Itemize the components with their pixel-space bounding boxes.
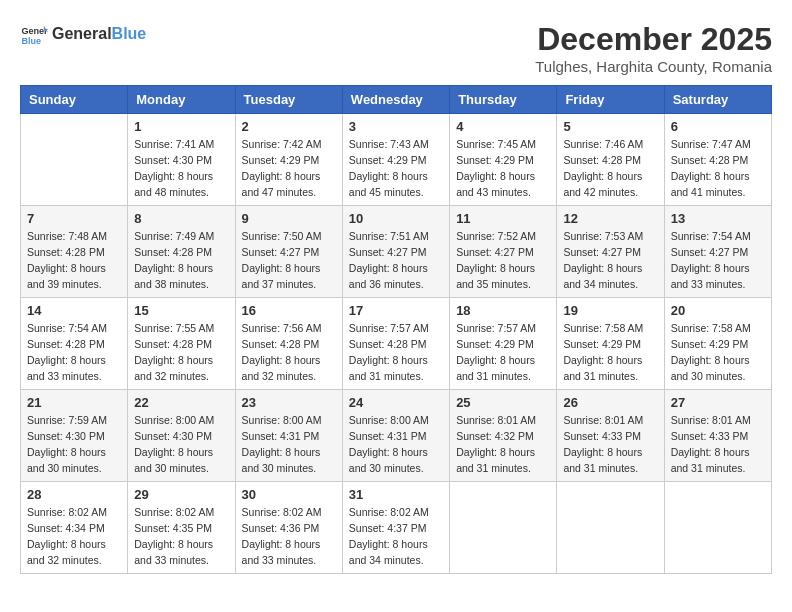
day-number: 21: [27, 395, 121, 410]
day-cell: 17Sunrise: 7:57 AM Sunset: 4:28 PM Dayli…: [342, 298, 449, 390]
day-cell: 23Sunrise: 8:00 AM Sunset: 4:31 PM Dayli…: [235, 390, 342, 482]
day-cell: 14Sunrise: 7:54 AM Sunset: 4:28 PM Dayli…: [21, 298, 128, 390]
day-cell: 13Sunrise: 7:54 AM Sunset: 4:27 PM Dayli…: [664, 206, 771, 298]
day-cell: 12Sunrise: 7:53 AM Sunset: 4:27 PM Dayli…: [557, 206, 664, 298]
week-row-3: 21Sunrise: 7:59 AM Sunset: 4:30 PM Dayli…: [21, 390, 772, 482]
day-info: Sunrise: 8:02 AM Sunset: 4:36 PM Dayligh…: [242, 505, 336, 568]
day-info: Sunrise: 7:50 AM Sunset: 4:27 PM Dayligh…: [242, 229, 336, 292]
day-number: 7: [27, 211, 121, 226]
day-info: Sunrise: 7:59 AM Sunset: 4:30 PM Dayligh…: [27, 413, 121, 476]
day-cell: 27Sunrise: 8:01 AM Sunset: 4:33 PM Dayli…: [664, 390, 771, 482]
day-number: 24: [349, 395, 443, 410]
day-cell: 26Sunrise: 8:01 AM Sunset: 4:33 PM Dayli…: [557, 390, 664, 482]
day-info: Sunrise: 8:01 AM Sunset: 4:33 PM Dayligh…: [563, 413, 657, 476]
day-number: 8: [134, 211, 228, 226]
day-info: Sunrise: 7:46 AM Sunset: 4:28 PM Dayligh…: [563, 137, 657, 200]
day-info: Sunrise: 8:02 AM Sunset: 4:35 PM Dayligh…: [134, 505, 228, 568]
day-number: 26: [563, 395, 657, 410]
day-cell: 1Sunrise: 7:41 AM Sunset: 4:30 PM Daylig…: [128, 114, 235, 206]
day-info: Sunrise: 7:43 AM Sunset: 4:29 PM Dayligh…: [349, 137, 443, 200]
calendar-table: SundayMondayTuesdayWednesdayThursdayFrid…: [20, 85, 772, 574]
day-info: Sunrise: 7:47 AM Sunset: 4:28 PM Dayligh…: [671, 137, 765, 200]
day-info: Sunrise: 7:51 AM Sunset: 4:27 PM Dayligh…: [349, 229, 443, 292]
day-cell: 8Sunrise: 7:49 AM Sunset: 4:28 PM Daylig…: [128, 206, 235, 298]
day-cell: 25Sunrise: 8:01 AM Sunset: 4:32 PM Dayli…: [450, 390, 557, 482]
day-number: 9: [242, 211, 336, 226]
day-number: 19: [563, 303, 657, 318]
week-row-1: 7Sunrise: 7:48 AM Sunset: 4:28 PM Daylig…: [21, 206, 772, 298]
day-cell: 28Sunrise: 8:02 AM Sunset: 4:34 PM Dayli…: [21, 482, 128, 574]
day-cell: 4Sunrise: 7:45 AM Sunset: 4:29 PM Daylig…: [450, 114, 557, 206]
day-cell: 21Sunrise: 7:59 AM Sunset: 4:30 PM Dayli…: [21, 390, 128, 482]
day-number: 30: [242, 487, 336, 502]
weekday-header-friday: Friday: [557, 86, 664, 114]
day-info: Sunrise: 8:02 AM Sunset: 4:34 PM Dayligh…: [27, 505, 121, 568]
day-info: Sunrise: 7:45 AM Sunset: 4:29 PM Dayligh…: [456, 137, 550, 200]
day-cell: 24Sunrise: 8:00 AM Sunset: 4:31 PM Dayli…: [342, 390, 449, 482]
day-info: Sunrise: 7:42 AM Sunset: 4:29 PM Dayligh…: [242, 137, 336, 200]
calendar-body: 1Sunrise: 7:41 AM Sunset: 4:30 PM Daylig…: [21, 114, 772, 574]
day-number: 5: [563, 119, 657, 134]
day-number: 18: [456, 303, 550, 318]
weekday-row: SundayMondayTuesdayWednesdayThursdayFrid…: [21, 86, 772, 114]
day-info: Sunrise: 7:57 AM Sunset: 4:29 PM Dayligh…: [456, 321, 550, 384]
day-number: 11: [456, 211, 550, 226]
day-info: Sunrise: 8:00 AM Sunset: 4:31 PM Dayligh…: [349, 413, 443, 476]
main-title: December 2025: [535, 20, 772, 58]
day-number: 28: [27, 487, 121, 502]
day-info: Sunrise: 7:55 AM Sunset: 4:28 PM Dayligh…: [134, 321, 228, 384]
calendar-header: SundayMondayTuesdayWednesdayThursdayFrid…: [21, 86, 772, 114]
day-number: 25: [456, 395, 550, 410]
day-info: Sunrise: 7:48 AM Sunset: 4:28 PM Dayligh…: [27, 229, 121, 292]
day-cell: 11Sunrise: 7:52 AM Sunset: 4:27 PM Dayli…: [450, 206, 557, 298]
day-number: 31: [349, 487, 443, 502]
title-block: December 2025 Tulghes, Harghita County, …: [535, 20, 772, 75]
day-cell: 7Sunrise: 7:48 AM Sunset: 4:28 PM Daylig…: [21, 206, 128, 298]
day-cell: 29Sunrise: 8:02 AM Sunset: 4:35 PM Dayli…: [128, 482, 235, 574]
day-number: 27: [671, 395, 765, 410]
week-row-0: 1Sunrise: 7:41 AM Sunset: 4:30 PM Daylig…: [21, 114, 772, 206]
day-number: 20: [671, 303, 765, 318]
week-row-2: 14Sunrise: 7:54 AM Sunset: 4:28 PM Dayli…: [21, 298, 772, 390]
day-cell: 6Sunrise: 7:47 AM Sunset: 4:28 PM Daylig…: [664, 114, 771, 206]
day-info: Sunrise: 7:52 AM Sunset: 4:27 PM Dayligh…: [456, 229, 550, 292]
day-info: Sunrise: 8:01 AM Sunset: 4:32 PM Dayligh…: [456, 413, 550, 476]
day-cell: [21, 114, 128, 206]
weekday-header-monday: Monday: [128, 86, 235, 114]
day-cell: [450, 482, 557, 574]
day-cell: 31Sunrise: 8:02 AM Sunset: 4:37 PM Dayli…: [342, 482, 449, 574]
day-number: 1: [134, 119, 228, 134]
day-cell: [557, 482, 664, 574]
day-number: 4: [456, 119, 550, 134]
day-info: Sunrise: 7:57 AM Sunset: 4:28 PM Dayligh…: [349, 321, 443, 384]
weekday-header-thursday: Thursday: [450, 86, 557, 114]
day-info: Sunrise: 8:01 AM Sunset: 4:33 PM Dayligh…: [671, 413, 765, 476]
day-number: 13: [671, 211, 765, 226]
day-info: Sunrise: 7:54 AM Sunset: 4:28 PM Dayligh…: [27, 321, 121, 384]
day-info: Sunrise: 7:56 AM Sunset: 4:28 PM Dayligh…: [242, 321, 336, 384]
subtitle: Tulghes, Harghita County, Romania: [535, 58, 772, 75]
day-info: Sunrise: 7:54 AM Sunset: 4:27 PM Dayligh…: [671, 229, 765, 292]
day-number: 29: [134, 487, 228, 502]
day-info: Sunrise: 8:00 AM Sunset: 4:31 PM Dayligh…: [242, 413, 336, 476]
day-cell: 19Sunrise: 7:58 AM Sunset: 4:29 PM Dayli…: [557, 298, 664, 390]
day-number: 3: [349, 119, 443, 134]
day-cell: 18Sunrise: 7:57 AM Sunset: 4:29 PM Dayli…: [450, 298, 557, 390]
day-cell: 3Sunrise: 7:43 AM Sunset: 4:29 PM Daylig…: [342, 114, 449, 206]
day-info: Sunrise: 8:00 AM Sunset: 4:30 PM Dayligh…: [134, 413, 228, 476]
day-number: 6: [671, 119, 765, 134]
day-number: 14: [27, 303, 121, 318]
day-info: Sunrise: 7:58 AM Sunset: 4:29 PM Dayligh…: [563, 321, 657, 384]
day-cell: 10Sunrise: 7:51 AM Sunset: 4:27 PM Dayli…: [342, 206, 449, 298]
day-info: Sunrise: 7:58 AM Sunset: 4:29 PM Dayligh…: [671, 321, 765, 384]
logo-blue: Blue: [112, 25, 147, 42]
page-header: General Blue GeneralBlue December 2025 T…: [20, 20, 772, 75]
weekday-header-saturday: Saturday: [664, 86, 771, 114]
day-info: Sunrise: 8:02 AM Sunset: 4:37 PM Dayligh…: [349, 505, 443, 568]
weekday-header-tuesday: Tuesday: [235, 86, 342, 114]
day-number: 22: [134, 395, 228, 410]
day-cell: 20Sunrise: 7:58 AM Sunset: 4:29 PM Dayli…: [664, 298, 771, 390]
day-cell: [664, 482, 771, 574]
day-number: 2: [242, 119, 336, 134]
day-number: 10: [349, 211, 443, 226]
